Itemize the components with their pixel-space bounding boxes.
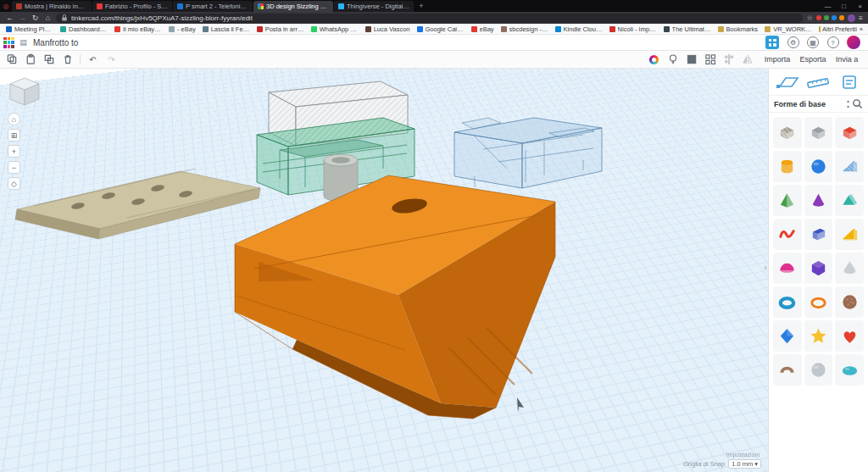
bookmark-item[interactable]: Meeting Planner -… bbox=[3, 25, 56, 33]
shape-tile[interactable] bbox=[804, 354, 833, 386]
category-sort-icon[interactable]: ▴▾ bbox=[847, 98, 849, 109]
shape-tile[interactable] bbox=[835, 320, 864, 352]
bookmark-item[interactable]: WhatsApp Web bbox=[309, 25, 361, 33]
tinkercad-logo-icon[interactable] bbox=[3, 37, 14, 48]
undo-button[interactable]: ↶ bbox=[86, 53, 99, 66]
shape-tile[interactable] bbox=[773, 219, 802, 250]
paste-button[interactable] bbox=[24, 53, 36, 66]
bookmark-item[interactable]: Luca Vascon bbox=[363, 25, 413, 33]
ruler-tool-icon[interactable] bbox=[805, 73, 831, 92]
new-tab-button[interactable]: + bbox=[415, 0, 428, 12]
panel-collapse-chevron-icon[interactable]: › bbox=[764, 262, 767, 272]
shape-tile[interactable] bbox=[773, 185, 802, 216]
fit-view-button[interactable]: ⊞ bbox=[8, 129, 20, 142]
browser-menu-icon[interactable]: ◎ bbox=[0, 0, 12, 12]
shape-tile[interactable] bbox=[773, 151, 802, 182]
shape-tile[interactable] bbox=[804, 219, 833, 250]
browser-tab[interactable]: P smart 2 - Telefonia In vendita … bbox=[173, 1, 253, 12]
bookmark-star-icon[interactable]: ☆ bbox=[806, 14, 813, 22]
close-button[interactable]: × bbox=[852, 0, 868, 12]
send-to-button[interactable]: Invia a bbox=[836, 55, 859, 64]
minimize-button[interactable]: — bbox=[820, 0, 836, 12]
bookmark-item[interactable]: The Ultimate White… bbox=[661, 25, 714, 33]
settings-gear-icon[interactable]: ⚙ bbox=[787, 36, 799, 48]
shape-tile[interactable] bbox=[835, 151, 864, 182]
notes-tool-icon[interactable] bbox=[837, 73, 862, 92]
address-field[interactable]: tinkercad.com/things/jxHv5QPXuA7-sizzlin… bbox=[56, 14, 803, 23]
shapes-panel-toggle-icon[interactable] bbox=[765, 36, 779, 49]
import-button[interactable]: Importa bbox=[765, 55, 791, 64]
show-all-button[interactable] bbox=[648, 53, 660, 66]
zoom-out-button[interactable]: − bbox=[8, 161, 20, 174]
bookmark-item[interactable]: VR_WORKS_portfolio bbox=[762, 25, 815, 33]
bookmark-item[interactable]: sbcdesign - Garda… bbox=[498, 25, 551, 33]
reload-button[interactable]: ↻ bbox=[31, 12, 40, 24]
model-orange-clamp[interactable] bbox=[235, 175, 555, 419]
browser-tab[interactable]: 3D design Sizzling Blorr-Fyyran |… bbox=[253, 1, 333, 12]
snap-grid-select[interactable]: 1.0 mm ▾ bbox=[728, 459, 761, 469]
grid-settings-label[interactable]: Impostazioni bbox=[726, 452, 760, 458]
shape-tile[interactable] bbox=[773, 117, 802, 148]
shape-tile[interactable] bbox=[835, 253, 864, 284]
user-avatar[interactable] bbox=[847, 36, 860, 49]
shape-tile[interactable] bbox=[804, 151, 833, 182]
ungroup-button[interactable] bbox=[704, 53, 716, 66]
extension-icon[interactable] bbox=[816, 15, 821, 20]
shape-category-select[interactable]: Forme di base bbox=[774, 100, 844, 108]
extension-icon[interactable] bbox=[832, 15, 837, 20]
help-icon[interactable]: ? bbox=[827, 36, 839, 48]
browser-tab[interactable]: Fabrizio - Profilo - Subito.it bbox=[92, 1, 172, 12]
bookmark-item[interactable]: Posta in arrivo (657… bbox=[254, 25, 307, 33]
perspective-toggle-button[interactable]: ◇ bbox=[8, 177, 20, 190]
bookmark-item[interactable]: Lascia il Feedback bbox=[200, 25, 253, 33]
shape-tile[interactable] bbox=[773, 320, 802, 352]
view-cube[interactable] bbox=[7, 74, 44, 111]
browser-menu-button[interactable]: ≡ bbox=[859, 14, 863, 22]
bookmark-item[interactable]: VR_WORKS_servizio bbox=[816, 25, 821, 33]
bookmark-item[interactable]: eBay bbox=[469, 25, 497, 33]
hide-selected-button[interactable] bbox=[666, 53, 679, 66]
shape-tile[interactable] bbox=[835, 286, 864, 318]
model-tan-bracket[interactable] bbox=[15, 169, 260, 239]
browser-tab[interactable]: Mostra | Rinaldo Invernizzi | Mo… bbox=[12, 1, 92, 12]
copy-button[interactable] bbox=[5, 53, 18, 66]
workplane-tool-icon[interactable] bbox=[775, 73, 800, 92]
shape-tile[interactable] bbox=[773, 354, 802, 386]
shape-tile[interactable] bbox=[804, 117, 833, 148]
back-button[interactable]: ← bbox=[5, 12, 14, 24]
shape-tile[interactable] bbox=[804, 185, 833, 216]
blocks-icon[interactable]: ▦ bbox=[807, 36, 819, 48]
bookmark-item[interactable]: Il mio eBay - Ogget… bbox=[112, 25, 164, 33]
shape-tile[interactable] bbox=[773, 286, 802, 318]
zoom-in-button[interactable]: + bbox=[8, 145, 20, 158]
viewport-canvas[interactable]: ⌂ ⊞ + − ◇ › Impostazioni Griglia di Snap… bbox=[0, 69, 768, 472]
browser-tab[interactable]: Thingiverse - Digital Designs fo… bbox=[334, 1, 414, 12]
redo-button[interactable]: ↷ bbox=[105, 53, 118, 66]
shape-tile[interactable] bbox=[835, 354, 864, 386]
bookmark-item[interactable]: Google Calendar -… bbox=[415, 25, 467, 33]
shape-tile[interactable] bbox=[835, 117, 864, 148]
home-view-button[interactable]: ⌂ bbox=[8, 113, 20, 125]
bookmark-item[interactable]: Nicoli - Improve Fo… bbox=[607, 25, 659, 33]
design-title[interactable]: Manfrotto to bbox=[33, 38, 78, 47]
delete-button[interactable] bbox=[61, 53, 74, 66]
search-icon[interactable] bbox=[852, 98, 863, 109]
extension-icon[interactable] bbox=[824, 15, 829, 20]
shape-tile[interactable] bbox=[804, 286, 833, 318]
bookmark-item[interactable]: Dashboard | Tink… bbox=[58, 25, 110, 33]
shape-tile[interactable] bbox=[835, 185, 864, 216]
design-menu-icon[interactable]: ▤ bbox=[18, 37, 29, 48]
shape-tile[interactable] bbox=[804, 253, 833, 284]
home-button[interactable]: ⌂ bbox=[43, 12, 53, 24]
shape-tile[interactable] bbox=[835, 219, 864, 250]
bookmark-item[interactable]: - eBay bbox=[166, 25, 198, 33]
bookmark-item[interactable]: Bookmarks bbox=[715, 25, 761, 33]
maximize-button[interactable]: □ bbox=[836, 0, 852, 12]
shape-tile[interactable] bbox=[773, 253, 802, 284]
flip-button[interactable] bbox=[741, 53, 754, 66]
align-button[interactable] bbox=[722, 53, 735, 66]
model-blue-wireframe[interactable] bbox=[454, 118, 602, 188]
extension-icon[interactable] bbox=[839, 15, 844, 20]
shape-tile[interactable] bbox=[804, 320, 833, 352]
export-button[interactable]: Esporta bbox=[799, 55, 826, 64]
